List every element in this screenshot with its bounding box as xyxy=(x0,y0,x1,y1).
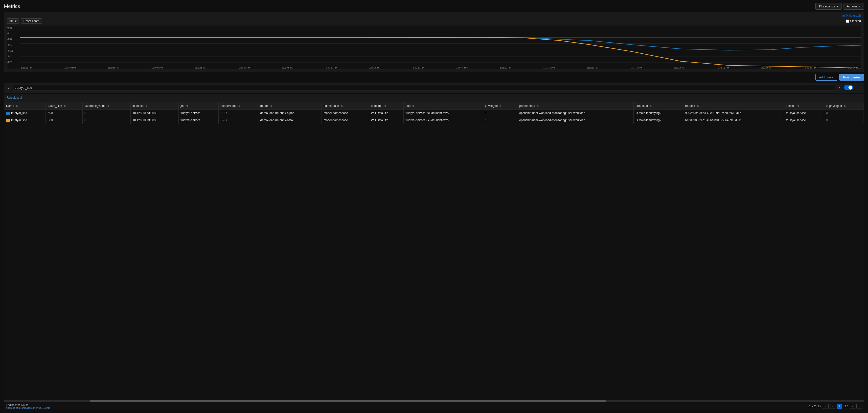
page-header: Metrics 15 seconds Actions xyxy=(4,3,864,10)
td-batch-size: 5000 xyxy=(46,117,83,124)
th-privileged: privileged ⇅ xyxy=(483,102,517,110)
th-favorable-value: favorable_value ⇅ xyxy=(82,102,130,110)
stacked-checkbox[interactable] xyxy=(846,20,849,23)
th-instance: instance ⇅ xyxy=(130,102,178,110)
td-prometheus: openshift-user-workload-monitoring/user-… xyxy=(517,117,633,124)
query-toggle[interactable] xyxy=(844,85,853,90)
pagination-info: 1 – 2 of 2 xyxy=(809,405,822,408)
pagination-first-button[interactable]: « xyxy=(823,404,829,409)
color-swatch xyxy=(6,112,10,115)
td-namespace: model-namespace xyxy=(321,110,369,117)
sort-icon: ⇅ xyxy=(186,105,188,107)
sort-icon: ⇅ xyxy=(16,105,18,107)
td-privileged: 1 xyxy=(483,110,517,117)
table-row: trustyai_spd 5000 0 10.128.10.73:8080 tr… xyxy=(4,117,864,124)
bottom-bar: Engineering Notes docs.google.com/docume… xyxy=(4,403,864,410)
chevron-down-icon xyxy=(14,21,17,22)
td-namespace: model-namespace xyxy=(321,117,369,124)
pagination-prev-button[interactable]: ‹ xyxy=(830,404,835,409)
td-metric-name: SPD xyxy=(218,117,258,124)
query-input[interactable] xyxy=(12,85,835,91)
td-job: trustyai-service xyxy=(178,110,218,117)
sort-icon: ⇅ xyxy=(412,105,414,107)
td-favorable-value: 0 xyxy=(82,117,130,124)
td-outcome: Will Default? xyxy=(369,110,404,117)
chevron-down-icon xyxy=(836,6,838,7)
kebab-menu-button[interactable]: ⋮ xyxy=(855,84,861,91)
sort-icon: ⇅ xyxy=(270,105,272,107)
page-title: Metrics xyxy=(4,3,20,9)
td-metric-name: SPD xyxy=(218,110,258,117)
chart-container: 0.05 0 -0.05 -0.1 -0.15 -0.2 -0.25 xyxy=(7,25,861,70)
metrics-table: Name ⇅ batch_size ⇅ favorable_value ⇅ in… xyxy=(4,102,864,124)
th-job: job ⇅ xyxy=(178,102,218,110)
chart-svg xyxy=(20,26,861,69)
pagination-of-label: of 1 xyxy=(843,405,848,408)
sort-icon: ⇅ xyxy=(64,105,66,107)
td-service: trustyai-service xyxy=(784,117,824,124)
sort-icon: ⇅ xyxy=(238,105,240,107)
td-privileged: 1 xyxy=(483,117,517,124)
th-metric-name: metricName ⇅ xyxy=(218,102,258,110)
graph-section: Hide graph 5m Reset zoom Stacked 0.05 xyxy=(4,12,864,72)
add-query-button[interactable]: Add query xyxy=(815,74,837,81)
td-protected: Is Male-Identifying? xyxy=(633,117,683,124)
chart-x-labels: 1:28:15 PM 1:28:30 PM 1:28:45 PM 1:29:00… xyxy=(20,66,861,69)
collapse-button[interactable]: ⌄ xyxy=(7,85,11,90)
time-selector-dropdown[interactable]: 15 seconds xyxy=(815,3,842,10)
td-unprivileged: 0 xyxy=(824,110,864,117)
scrollbar-thumb[interactable] xyxy=(90,400,606,402)
sort-icon: ⇅ xyxy=(697,105,699,107)
hint-title: Engineering Notes xyxy=(6,403,50,406)
hide-graph-icon xyxy=(842,14,845,17)
chevron-down-icon xyxy=(859,6,861,7)
td-outcome: Will Default? xyxy=(369,117,404,124)
actions-dropdown[interactable]: Actions xyxy=(843,3,864,10)
th-unprivileged: unprivileged ⇅ xyxy=(824,102,864,110)
table-row: trustyai_spd 5000 0 10.128.10.73:8080 tr… xyxy=(4,110,864,117)
footer-hint: Engineering Notes docs.google.com/docume… xyxy=(6,403,50,409)
time-window-select[interactable]: 5m xyxy=(7,18,19,24)
run-queries-button[interactable]: Run queries xyxy=(839,74,864,81)
query-close-button[interactable]: × xyxy=(837,85,842,90)
table-wrapper: Unselect all Name ⇅ batch_size ⇅ favorab… xyxy=(4,94,864,399)
td-pod: trustyai-service-6c9dc58bbf-rszrv xyxy=(404,110,483,117)
hint-url: docs.google.com/document/d/.../edit xyxy=(6,406,50,409)
table-header-row: Name ⇅ batch_size ⇅ favorable_value ⇅ in… xyxy=(4,102,864,110)
th-prometheus: prometheus ⇅ xyxy=(517,102,633,110)
query-row: ⌄ × ⋮ xyxy=(4,83,864,93)
query-buttons: Add query Run queries xyxy=(4,74,864,81)
pagination-next-button[interactable]: › xyxy=(850,404,855,409)
pagination-current-page: 1 xyxy=(837,404,842,409)
th-request: request ⇅ xyxy=(683,102,784,110)
header-controls: 15 seconds Actions xyxy=(815,3,864,10)
th-protected: protected ⇅ xyxy=(633,102,683,110)
td-instance: 10.128.10.73:8080 xyxy=(130,110,178,117)
sort-icon: ⇅ xyxy=(384,105,386,107)
sort-icon: ⇅ xyxy=(341,105,343,107)
th-outcome: outcome ⇅ xyxy=(369,102,404,110)
reset-zoom-button[interactable]: Reset zoom xyxy=(21,18,42,24)
pagination-last-button[interactable]: » xyxy=(857,404,862,409)
td-name: trustyai_spd xyxy=(4,117,46,124)
graph-controls: 5m Reset zoom Stacked xyxy=(7,18,861,24)
td-request: 613d0988-2ec1-456e-b011-58646919d511 xyxy=(683,117,784,124)
sort-icon: ⇅ xyxy=(537,105,538,107)
sort-icon: ⇅ xyxy=(650,105,652,107)
td-service: trustyai-service xyxy=(784,110,824,117)
th-name: Name ⇅ xyxy=(4,102,46,110)
toggle-knob xyxy=(848,86,852,90)
th-service: service ⇅ xyxy=(784,102,824,110)
td-job: trustyai-service xyxy=(178,117,218,124)
td-model: demo-loan-nn-onnx-alpha xyxy=(258,110,321,117)
td-instance: 10.128.10.73:8080 xyxy=(130,117,178,124)
td-unprivileged: 0 xyxy=(824,117,864,124)
th-namespace: namespace ⇅ xyxy=(321,102,369,110)
horizontal-scrollbar[interactable] xyxy=(4,400,864,402)
color-swatch xyxy=(6,119,10,122)
td-request: 9902509a-3ee3-40e9-89ef-7abb9d61331e xyxy=(683,110,784,117)
hide-graph-button[interactable]: Hide graph xyxy=(842,14,861,17)
unselect-all-link[interactable]: Unselect all xyxy=(7,96,23,99)
sort-icon: ⇅ xyxy=(797,105,799,107)
th-model: model ⇅ xyxy=(258,102,321,110)
